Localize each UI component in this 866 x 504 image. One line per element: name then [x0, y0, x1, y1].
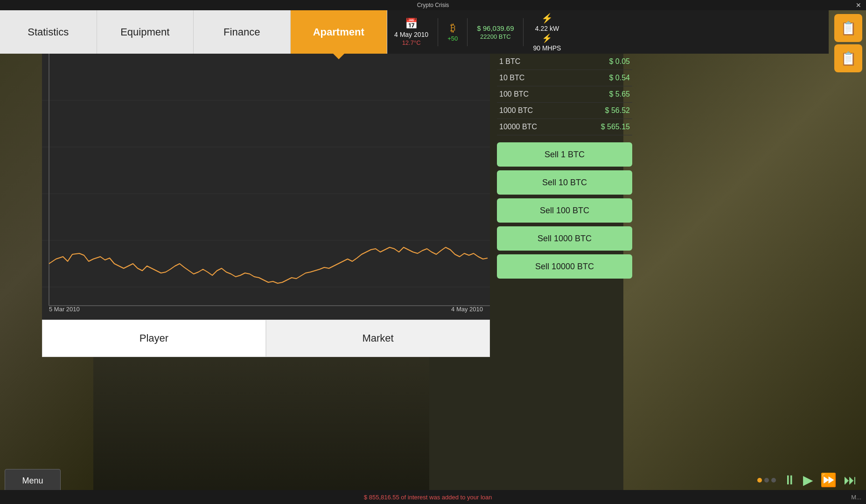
- main-panel: 5 Mar 2010 4 May 2010 Player Market: [42, 54, 490, 357]
- dot-active: [757, 478, 762, 483]
- dot-2: [764, 478, 769, 483]
- menu-button[interactable]: Menu: [5, 469, 61, 492]
- tab-finance[interactable]: Finance: [194, 10, 291, 54]
- date-value: 4 May 2010: [394, 31, 428, 38]
- price-row-2: 10 BTC $ 0.54: [497, 70, 632, 86]
- lightning-icon: ⚡: [541, 13, 553, 24]
- btc-mined: +50: [447, 35, 458, 42]
- usd-balance: $ 96,039.69: [477, 24, 514, 32]
- sell-10-btc-button[interactable]: Sell 10 BTC: [497, 170, 632, 195]
- pause-button[interactable]: ⏸: [783, 472, 796, 488]
- price-row-3: 100 BTC $ 5.65: [497, 86, 632, 103]
- sell-10000-btc-button[interactable]: Sell 10000 BTC: [497, 254, 632, 279]
- sell-1-btc-button[interactable]: Sell 1 BTC: [497, 142, 632, 167]
- sell-100-btc-button[interactable]: Sell 100 BTC: [497, 198, 632, 223]
- network-icon: ⚡: [542, 33, 552, 43]
- btc-stat: ₿ +50: [447, 22, 458, 42]
- bg-right: [623, 0, 866, 504]
- title-bar: Crypto Crisis ✕: [0, 0, 866, 10]
- playback-controls: ⏸ ▶ ⏩ ⏭: [757, 472, 857, 488]
- price-chart: [42, 54, 490, 320]
- more-button[interactable]: M...: [851, 494, 861, 501]
- bottom-bar: $ 855,816.55 of interest was added to yo…: [0, 490, 866, 504]
- fastest-button[interactable]: ⏭: [844, 472, 857, 488]
- balance-stat: $ 96,039.69 22200 BTC: [477, 24, 514, 40]
- power-stat: ⚡ 4.22 kW ⚡ 90 MHPS: [533, 13, 561, 52]
- action-buttons: 📋 📋: [831, 10, 866, 76]
- date-stat: 📅 4 May 2010 12.7°C: [394, 18, 428, 46]
- tab-apartment[interactable]: Apartment: [291, 10, 388, 54]
- close-button[interactable]: ✕: [856, 1, 861, 9]
- svg-rect-0: [42, 54, 490, 320]
- divider-2: [467, 18, 468, 46]
- price-row-4: 1000 BTC $ 56.52: [497, 103, 632, 119]
- dot-3: [771, 478, 776, 483]
- tab-market[interactable]: Market: [266, 320, 490, 357]
- indicator-dots: [757, 478, 776, 483]
- app-title: Crypto Crisis: [417, 2, 449, 8]
- divider-3: [523, 18, 524, 46]
- temp-value: 12.7°C: [402, 39, 421, 46]
- action-btn-2[interactable]: 📋: [834, 44, 862, 72]
- action-btn-1[interactable]: 📋: [834, 14, 862, 42]
- btc-balance: 22200 BTC: [480, 33, 511, 40]
- tab-pointer: [333, 54, 344, 59]
- price-row-1: 1 BTC $ 0.05: [497, 54, 632, 70]
- tab-player[interactable]: Player: [42, 320, 266, 357]
- chart-dates: 5 Mar 2010 4 May 2010: [42, 306, 490, 313]
- chart-area: 5 Mar 2010 4 May 2010: [42, 54, 490, 320]
- tab-statistics[interactable]: Statistics: [0, 10, 97, 54]
- tab-bar: Statistics Equipment Finance Apartment: [0, 10, 387, 54]
- sell-1000-btc-button[interactable]: Sell 1000 BTC: [497, 226, 632, 251]
- bitcoin-icon: ₿: [450, 22, 455, 34]
- price-table: 1 BTC $ 0.05 10 BTC $ 0.54 100 BTC $ 5.6…: [497, 54, 632, 135]
- play-button[interactable]: ▶: [803, 472, 813, 488]
- bottom-tabs: Player Market: [42, 320, 490, 357]
- bottom-message: $ 855,816.55 of interest was added to yo…: [5, 494, 851, 501]
- power-value: 4.22 kW: [535, 25, 559, 32]
- price-row-5: 10000 BTC $ 565.15: [497, 119, 632, 135]
- chart-date-start: 5 Mar 2010: [49, 306, 80, 313]
- chart-date-end: 4 May 2010: [451, 306, 483, 313]
- divider-1: [438, 18, 438, 46]
- header-stats: 📅 4 May 2010 12.7°C ₿ +50 $ 96,039.69 22…: [387, 10, 829, 54]
- tab-equipment[interactable]: Equipment: [97, 10, 194, 54]
- hashrate-value: 90 MHPS: [533, 44, 561, 52]
- right-panel: 1 BTC $ 0.05 10 BTC $ 0.54 100 BTC $ 5.6…: [497, 54, 632, 282]
- fast-forward-button[interactable]: ⏩: [820, 472, 837, 488]
